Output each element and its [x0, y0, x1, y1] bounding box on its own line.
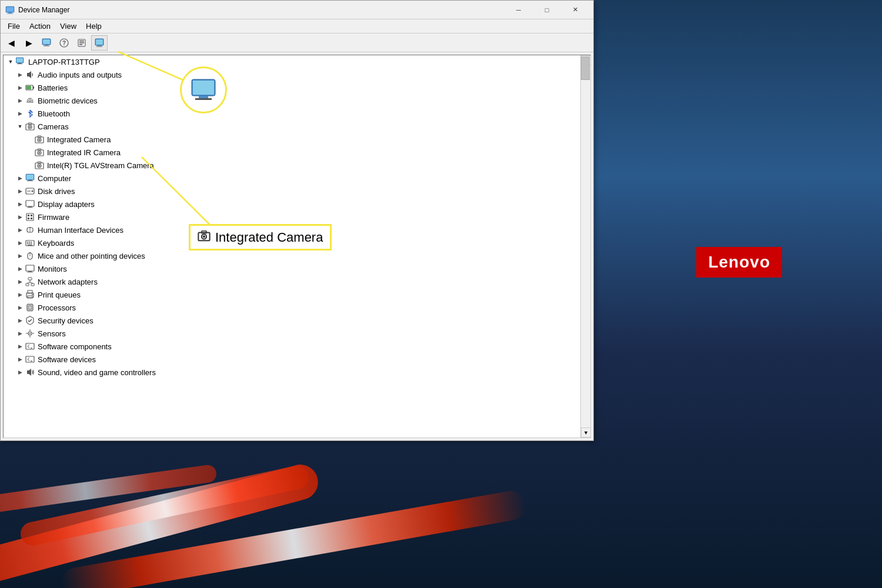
sensors-expand[interactable]: ▶	[15, 329, 25, 338]
avstream-icon	[34, 160, 45, 171]
bluetooth-expand[interactable]: ▶	[15, 109, 25, 118]
svg-rect-112	[195, 98, 212, 100]
ir-camera-icon	[34, 147, 45, 158]
tree-item-bluetooth[interactable]: ▶ Bluetooth	[4, 107, 580, 120]
tree-item-cameras[interactable]: ▼ Cameras	[4, 120, 580, 133]
monitors-icon	[25, 263, 35, 274]
maximize-button[interactable]: □	[533, 1, 560, 19]
print-label: Print queues	[38, 290, 81, 299]
sw-dev-icon	[25, 354, 35, 365]
tree-item-biometric[interactable]: ▶ Biometric devices	[4, 94, 580, 107]
svg-rect-49	[26, 201, 34, 206]
tree-item-print[interactable]: ▶ Print queues	[4, 288, 580, 301]
sw-dev-label: Software devices	[38, 355, 96, 364]
root-expand-arrow[interactable]: ▼	[6, 57, 15, 66]
svg-rect-61	[27, 242, 28, 243]
sensors-icon	[25, 328, 35, 339]
svg-rect-67	[28, 245, 32, 246]
forward-button[interactable]: ▶	[21, 35, 37, 51]
print-expand[interactable]: ▶	[15, 290, 25, 299]
close-button[interactable]: ✕	[562, 1, 589, 19]
sound-expand[interactable]: ▶	[15, 368, 25, 377]
tree-item-software-components[interactable]: ▶ Software components	[4, 340, 580, 353]
tree-item-security[interactable]: ▶ Security devices	[4, 314, 580, 327]
bluetooth-label: Bluetooth	[38, 109, 70, 118]
back-button[interactable]: ◀	[3, 35, 19, 51]
biometric-icon	[25, 95, 35, 106]
help-button[interactable]: ?	[56, 35, 72, 51]
svg-rect-53	[28, 215, 29, 216]
computer-button[interactable]	[38, 35, 55, 51]
mice-icon	[25, 250, 35, 261]
hid-expand[interactable]: ▶	[15, 225, 25, 235]
display-expand[interactable]: ▶	[15, 199, 25, 209]
title-bar: Device Manager ─ □ ✕	[1, 1, 593, 19]
cameras-icon	[25, 121, 35, 132]
svg-rect-51	[27, 208, 33, 208]
tree-item-software-devices[interactable]: ▶ Software devices	[4, 353, 580, 366]
tree-scrollbar[interactable]: ▲ ▼	[580, 55, 590, 437]
disk-expand[interactable]: ▶	[15, 186, 25, 196]
tree-item-sound[interactable]: ▶ Sound, video and game controllers	[4, 366, 580, 379]
tree-item-audio[interactable]: ▶ Audio inputs and outputs	[4, 68, 580, 81]
tree-item-integrated-camera[interactable]: ▶ Integrated Camera	[4, 133, 580, 146]
computer-expand[interactable]: ▶	[15, 173, 25, 183]
avstream-label: Intel(R) TGL AVStream Camera	[47, 161, 154, 170]
svg-rect-111	[199, 96, 208, 98]
sw-comp-expand[interactable]: ▶	[15, 342, 25, 351]
tree-item-avstream-camera[interactable]: ▶ Intel(R) TGL AVStream Camera	[4, 159, 580, 172]
tree-root[interactable]: ▼ LAPTOP-RT13TTGP	[4, 55, 580, 68]
firmware-label: Firmware	[38, 213, 69, 222]
svg-rect-3	[7, 13, 13, 14]
firmware-expand[interactable]: ▶	[15, 212, 25, 222]
tree-item-disk[interactable]: ▶ Disk drives	[4, 185, 580, 198]
tree-item-monitors[interactable]: ▶ Monitors	[4, 262, 580, 275]
network-label: Network adapters	[38, 278, 98, 286]
minimize-button[interactable]: ─	[505, 1, 532, 19]
audio-expand[interactable]: ▶	[15, 70, 25, 79]
computer-icon	[15, 56, 26, 67]
cameras-expand[interactable]: ▼	[15, 122, 25, 131]
tree-item-ir-camera[interactable]: ▶ Integrated IR Camera	[4, 146, 580, 159]
network-expand[interactable]: ▶	[15, 277, 25, 286]
menu-file[interactable]: File	[3, 21, 25, 32]
disk-icon	[25, 186, 35, 196]
tree-item-computer[interactable]: ▶ Computer	[4, 172, 580, 185]
int-camera-label: Integrated Camera	[47, 135, 111, 144]
monitor-button[interactable]	[91, 35, 108, 51]
batteries-expand[interactable]: ▶	[15, 83, 25, 92]
sw-dev-expand[interactable]: ▶	[15, 355, 25, 364]
svg-rect-55	[31, 215, 32, 216]
mice-expand[interactable]: ▶	[15, 251, 25, 260]
scroll-down[interactable]: ▼	[581, 427, 591, 437]
tree-item-display[interactable]: ▶ Display adapters	[4, 198, 580, 211]
tree-item-batteries[interactable]: ▶ Batteries	[4, 81, 580, 94]
menu-help[interactable]: Help	[81, 21, 106, 32]
security-expand[interactable]: ▶	[15, 316, 25, 325]
properties-button[interactable]	[74, 35, 90, 51]
scroll-thumb[interactable]	[581, 56, 590, 80]
svg-rect-65	[29, 243, 30, 245]
svg-line-103	[28, 358, 29, 359]
menu-view[interactable]: View	[55, 21, 81, 32]
tree-item-mice[interactable]: ▶ Mice and other pointing devices	[4, 249, 580, 262]
keyboard-expand[interactable]: ▶	[15, 238, 25, 248]
biometric-expand[interactable]: ▶	[15, 96, 25, 105]
tree-item-sensors[interactable]: ▶ Sensors	[4, 327, 580, 340]
batteries-label: Batteries	[38, 83, 68, 92]
svg-rect-98	[26, 343, 34, 349]
svg-rect-54	[28, 218, 29, 219]
menu-action[interactable]: Action	[25, 21, 55, 32]
svg-line-104	[28, 359, 29, 361]
keyboard-icon	[25, 238, 35, 248]
svg-rect-76	[31, 283, 34, 286]
tree-item-network[interactable]: ▶ Network adapters	[4, 275, 580, 288]
svg-point-70	[29, 252, 31, 253]
processors-expand[interactable]: ▶	[15, 303, 25, 312]
tree-item-firmware[interactable]: ▶ Firmware	[4, 211, 580, 223]
svg-rect-72	[28, 271, 32, 272]
tree-item-processors[interactable]: ▶ Processors	[4, 301, 580, 314]
svg-rect-73	[27, 272, 33, 273]
monitors-expand[interactable]: ▶	[15, 264, 25, 273]
svg-rect-52	[26, 213, 34, 220]
